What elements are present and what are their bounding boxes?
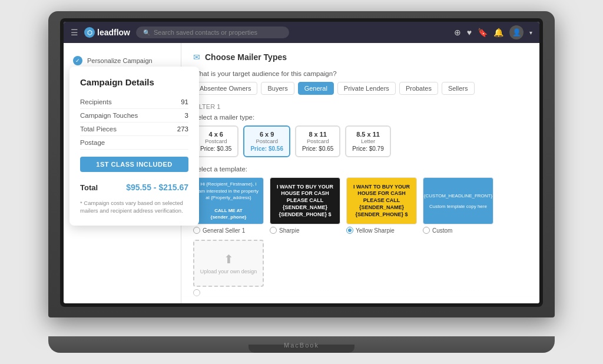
template-sharpie[interactable]: I WANT TO BUY YOUR HOUSE FOR CASH PLEASE…: [270, 177, 340, 234]
template-img-1: Hi {Recipient_Firstname}, I am intereste…: [193, 177, 264, 224]
screen: ☰ ⬡ leadflow 🔍 ⊕ ♥ 🔖 🔔 👤: [64, 22, 539, 303]
step-check-1: ✓: [73, 56, 82, 65]
tag-sellers[interactable]: Sellers: [442, 82, 475, 95]
template-img-5: ⬆ Upload your own design: [193, 240, 264, 287]
template-general-seller[interactable]: Hi {Recipient_Firstname}, I am intereste…: [193, 177, 264, 234]
postage-button[interactable]: 1ST CLASS INCLUDED: [80, 157, 188, 172]
mailer-type-4x6[interactable]: 4 x 6 Postcard Price: $0.35: [193, 125, 238, 157]
section-header: ✉ Choose Mailer Types: [193, 52, 528, 62]
disclaimer-text: * Campaign costs vary based on selected …: [80, 199, 188, 215]
mailer-size-1: 4 x 6: [200, 131, 231, 138]
template-radio-4: Custom: [423, 227, 493, 234]
template-prompt: Select a template:: [193, 166, 528, 173]
app-logo: ⬡ leadflow: [84, 27, 130, 38]
section-title: Choose Mailer Types: [205, 52, 287, 62]
screen-bezel: ☰ ⬡ leadflow 🔍 ⊕ ♥ 🔖 🔔 👤: [60, 18, 543, 307]
bell-icon[interactable]: 🔔: [493, 28, 503, 37]
template-custom-label: {CUSTOM_HEADLINE_FRONT} Custom template …: [423, 191, 493, 211]
template-custom[interactable]: {CUSTOM_HEADLINE_FRONT} Custom template …: [423, 177, 493, 234]
detail-row-pieces: Total Pieces 273: [80, 123, 188, 136]
upload-content: ⬆ Upload your own design: [200, 252, 257, 274]
recipients-label: Recipients: [80, 98, 112, 105]
total-value: $95.55 - $215.67: [126, 183, 188, 192]
template-name-2: Sharpie: [279, 227, 299, 234]
logo-text: leadflow: [97, 28, 130, 37]
mailer-size-2: 6 x 9: [250, 131, 283, 138]
radio-circle-3: [346, 227, 353, 234]
template-name-4: Custom: [432, 227, 452, 234]
template-upload[interactable]: ⬆ Upload your own design: [193, 240, 264, 296]
filter-sublabel: FILTER 1: [193, 103, 528, 110]
touches-label: Campaign Touches: [80, 112, 138, 119]
dropdown-arrow[interactable]: ▾: [529, 29, 532, 36]
pieces-label: Total Pieces: [80, 125, 117, 133]
template-radio-1: General Seller 1: [193, 227, 264, 234]
nav-actions: ⊕ ♥ 🔖 🔔 👤 ▾: [454, 25, 532, 39]
pieces-value: 273: [177, 125, 188, 133]
laptop-container: ☰ ⬡ leadflow 🔍 ⊕ ♥ 🔖 🔔 👤: [48, 11, 555, 353]
card-title: Campaign Details: [80, 77, 188, 87]
mailer-types-grid: 4 x 6 Postcard Price: $0.35 6 x 9 Postca…: [193, 125, 528, 157]
heart-icon[interactable]: ♥: [467, 28, 472, 37]
mail-icon: ✉: [193, 52, 200, 62]
logo-icon: ⬡: [84, 27, 95, 38]
radio-circle-4: [423, 227, 430, 234]
template-img-2: I WANT TO BUY YOUR HOUSE FOR CASH PLEASE…: [270, 177, 340, 224]
template-text-2: I WANT TO BUY YOUR HOUSE FOR CASH PLEASE…: [270, 181, 340, 220]
touches-value: 3: [185, 112, 188, 119]
laptop-screen-body: ☰ ⬡ leadflow 🔍 ⊕ ♥ 🔖 🔔 👤: [48, 11, 555, 317]
template-text-3: I WANT TO BUY YOUR HOUSE FOR CASH PLEASE…: [347, 181, 416, 220]
mailer-price-1: Price: $0.35: [200, 145, 231, 152]
step-label-1: Personalize Campaign: [87, 57, 153, 64]
mailer-price-3: Price: $0.65: [302, 145, 333, 152]
search-icon: 🔍: [143, 29, 150, 36]
detail-row-postage: Postage: [80, 136, 188, 150]
tag-private-lenders[interactable]: Private Lenders: [337, 82, 396, 95]
template-name-3: Yellow Sharpie: [356, 227, 395, 234]
radio-circle-1: [193, 227, 200, 234]
mailer-type-6x9[interactable]: 6 x 9 Postcard Price: $0.56: [243, 125, 290, 157]
audience-question: What is your target audience for this ca…: [193, 70, 528, 77]
mailer-size-4: 8.5 x 11: [352, 131, 383, 138]
template-grid: Hi {Recipient_Firstname}, I am intereste…: [193, 177, 528, 296]
mailer-name-4: Letter: [352, 138, 383, 144]
mailer-type-8x11[interactable]: 8 x 11 Postcard Price: $0.65: [295, 125, 340, 157]
user-avatar[interactable]: 👤: [509, 25, 524, 39]
tag-buyers[interactable]: Buyers: [261, 82, 294, 95]
upload-label: Upload your own design: [200, 269, 257, 274]
campaign-details-card: Campaign Details Recipients 91 Campaign …: [69, 67, 199, 226]
add-icon[interactable]: ⊕: [454, 28, 461, 37]
search-bar[interactable]: 🔍: [136, 27, 289, 38]
total-label: Total: [80, 183, 98, 192]
navbar: ☰ ⬡ leadflow 🔍 ⊕ ♥ 🔖 🔔 👤: [64, 22, 539, 43]
mailer-name-3: Postcard: [302, 138, 333, 144]
mailer-name-1: Postcard: [200, 138, 231, 144]
radio-circle-5: [193, 289, 200, 296]
template-yellow-sharpie[interactable]: I WANT TO BUY YOUR HOUSE FOR CASH PLEASE…: [346, 177, 417, 234]
bookmark-icon[interactable]: 🔖: [478, 28, 488, 37]
template-radio-2: Sharpie: [270, 227, 340, 234]
mailer-prompt: Select a mailer type:: [193, 114, 528, 121]
tag-absentee-owners[interactable]: Absentee Owners: [193, 82, 257, 95]
detail-row-recipients: Recipients 91: [80, 95, 188, 109]
search-input[interactable]: [154, 29, 282, 36]
template-custom-text-1: Hi {Recipient_Firstname}, I am intereste…: [197, 181, 260, 220]
template-img-3: I WANT TO BUY YOUR HOUSE FOR CASH PLEASE…: [346, 177, 417, 224]
hamburger-menu[interactable]: ☰: [71, 28, 78, 37]
template-radio-5: [193, 289, 264, 296]
laptop-base: MacBook: [48, 336, 555, 353]
postage-label: Postage: [80, 139, 105, 146]
upload-icon: ⬆: [200, 252, 257, 266]
template-name-1: General Seller 1: [203, 227, 245, 234]
detail-row-touches: Campaign Touches 3: [80, 109, 188, 123]
template-radio-3: Yellow Sharpie: [346, 227, 417, 234]
tag-general[interactable]: General: [298, 82, 334, 95]
radio-circle-2: [270, 227, 277, 234]
mailer-price-2: Price: $0.56: [250, 145, 283, 152]
tag-probates[interactable]: Probates: [399, 82, 438, 95]
mailer-name-2: Postcard: [250, 138, 283, 144]
mailer-panel: ✉ Choose Mailer Types What is your targe…: [181, 43, 539, 303]
mailer-type-8x11-letter[interactable]: 8.5 x 11 Letter Price: $0.79: [345, 125, 390, 157]
template-img-4: {CUSTOM_HEADLINE_FRONT} Custom template …: [423, 177, 493, 224]
radio-dot-3: [348, 229, 352, 232]
